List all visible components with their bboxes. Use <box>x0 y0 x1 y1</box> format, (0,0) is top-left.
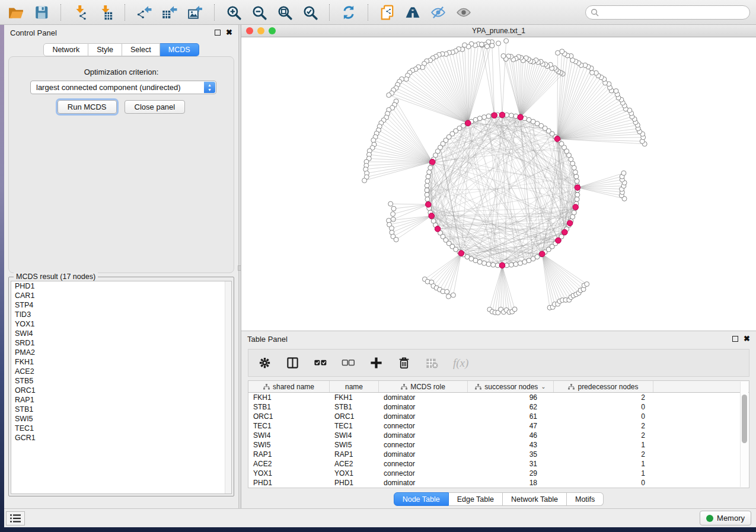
table-scrollbar-thumb[interactable] <box>742 395 747 443</box>
mcds-result-item[interactable]: STP4 <box>11 300 231 310</box>
cell-shared-name: ORC1 <box>248 412 330 421</box>
network-canvas[interactable] <box>241 37 756 331</box>
mcds-result-item[interactable]: PHD1 <box>11 281 231 291</box>
cell-MCDS-role: dominator <box>379 450 468 459</box>
close-panel-icon[interactable]: ✖ <box>226 30 232 36</box>
select-all-rows-button[interactable] <box>314 356 327 370</box>
toolbar-icon-group <box>6 3 474 22</box>
mcds-result-item[interactable]: STB5 <box>11 376 231 386</box>
delete-column-button[interactable] <box>397 356 411 370</box>
tab-style[interactable]: Style <box>88 43 122 56</box>
memory-button[interactable]: Memory <box>700 511 751 525</box>
mcds-result-item[interactable]: SRD1 <box>11 338 231 348</box>
first-neighbors-button[interactable] <box>403 3 423 22</box>
export-network-button[interactable] <box>134 3 154 22</box>
import-network-button[interactable] <box>70 3 90 22</box>
show-all-button[interactable] <box>454 3 474 22</box>
cell-MCDS-role: dominator <box>379 431 468 440</box>
search-input[interactable] <box>599 8 745 17</box>
mcds-result-item[interactable]: GCR1 <box>11 433 231 443</box>
table-row[interactable]: ACE2ACE2connector311 <box>248 459 749 469</box>
export-image-button[interactable] <box>185 3 205 22</box>
column-header-successor-nodes[interactable]: successor nodes⌄ <box>468 381 554 392</box>
add-column-button[interactable] <box>369 356 383 370</box>
criterion-dropdown[interactable]: largest connected component (undirected)… <box>30 81 216 94</box>
mcds-result-item[interactable]: CAR1 <box>11 291 231 300</box>
mcds-result-item[interactable]: ORC1 <box>11 386 231 395</box>
column-header-predecessor-nodes[interactable]: predecessor nodes <box>554 381 653 392</box>
tab-network-table[interactable]: Network Table <box>503 492 567 506</box>
table-row[interactable]: PHD1PHD1dominator180 <box>248 478 749 488</box>
cell-name: FKH1 <box>330 393 379 402</box>
run-mcds-button[interactable]: Run MCDS <box>58 100 117 114</box>
toolbar-separator <box>214 4 215 21</box>
column-namespace-icon <box>475 384 481 390</box>
table-scrollbar[interactable] <box>740 382 748 487</box>
tab-node-table[interactable]: Node Table <box>394 492 449 506</box>
table-row[interactable]: SWI5SWI5connector431 <box>248 440 749 450</box>
column-header-name[interactable]: name <box>330 381 379 392</box>
table-row[interactable]: STB1STB1dominator620 <box>248 402 749 412</box>
cell-shared-name: ACE2 <box>248 459 330 469</box>
search-box[interactable] <box>585 5 750 20</box>
cell-predecessor-nodes: 2 <box>554 431 653 440</box>
float-table-panel-icon[interactable] <box>732 336 738 342</box>
table-row[interactable]: ORC1ORC1dominator610 <box>248 412 749 421</box>
mcds-result-list[interactable]: PHD1CAR1STP4TID3YOX1SWI4SRD1PMA2FKH1ACE2… <box>11 281 232 494</box>
column-namespace-icon <box>263 384 270 390</box>
hide-selected-button[interactable] <box>428 3 448 22</box>
export-table-icon <box>162 5 177 20</box>
automation-panel-button[interactable] <box>6 511 25 525</box>
close-panel-button[interactable]: Close panel <box>125 100 186 114</box>
cell-name: SWI4 <box>330 431 379 440</box>
status-bar: Memory <box>4 508 756 527</box>
save-session-button[interactable] <box>31 3 52 22</box>
mcds-tab-content: Optimization criterion: largest connecte… <box>8 56 234 273</box>
cell-predecessor-nodes: 2 <box>554 450 653 459</box>
tab-edge-table[interactable]: Edge Table <box>449 492 503 506</box>
mcds-result-item[interactable]: ACE2 <box>11 367 231 376</box>
float-panel-icon[interactable] <box>215 30 221 36</box>
search-icon <box>591 8 599 17</box>
mcds-result-item[interactable]: RAP1 <box>11 395 231 405</box>
mcds-result-item[interactable]: SWI4 <box>11 329 231 338</box>
open-file-button[interactable] <box>6 3 26 22</box>
table-row[interactable]: YOX1YOX1connector291 <box>248 469 749 478</box>
deselect-all-rows-button[interactable] <box>342 356 355 370</box>
mcds-result-item[interactable]: PMA2 <box>11 348 231 357</box>
cell-name: ORC1 <box>330 412 379 421</box>
mcds-list-scrollbar[interactable] <box>225 281 231 493</box>
table-row[interactable]: SWI4SWI4dominator462 <box>248 431 749 440</box>
table-settings-button[interactable] <box>258 356 272 370</box>
hide-selected-icon <box>430 5 446 20</box>
column-header-shared-name[interactable]: shared name <box>248 381 330 392</box>
zoom-selected-button[interactable] <box>300 3 320 22</box>
mcds-result-item[interactable]: TEC1 <box>11 424 231 433</box>
table-row[interactable]: FKH1FKH1dominator962 <box>248 393 749 402</box>
mcds-result-item[interactable]: YOX1 <box>11 319 231 329</box>
zoom-out-button[interactable] <box>249 3 269 22</box>
mcds-result-item[interactable]: STB1 <box>11 405 231 414</box>
show-columns-button[interactable] <box>286 356 299 370</box>
network-graph <box>241 37 756 331</box>
mcds-result-item[interactable]: SWI5 <box>11 414 231 424</box>
tab-motifs[interactable]: Motifs <box>567 492 604 506</box>
table-row[interactable]: TEC1TEC1connector472 <box>248 421 749 431</box>
clone-network-button[interactable] <box>377 3 397 22</box>
column-header-MCDS-role[interactable]: MCDS role <box>379 381 468 392</box>
zoom-in-button[interactable] <box>224 3 244 22</box>
tab-network[interactable]: Network <box>43 43 88 56</box>
refresh-view-button[interactable] <box>339 3 359 22</box>
tab-mcds[interactable]: MCDS <box>160 43 199 56</box>
close-table-panel-icon[interactable]: ✖ <box>744 336 750 342</box>
tab-select[interactable]: Select <box>122 43 160 56</box>
cell-MCDS-role: connector <box>379 459 468 469</box>
export-table-button[interactable] <box>160 3 180 22</box>
network-window-titlebar[interactable]: YPA_prune.txt_1 <box>241 25 756 37</box>
zoom-fit-button[interactable] <box>275 3 295 22</box>
table-row[interactable]: RAP1RAP1dominator352 <box>248 450 749 459</box>
cell-successor-nodes: 96 <box>468 393 554 402</box>
import-table-button[interactable] <box>95 3 116 22</box>
mcds-result-item[interactable]: TID3 <box>11 310 231 319</box>
mcds-result-item[interactable]: FKH1 <box>11 357 231 367</box>
